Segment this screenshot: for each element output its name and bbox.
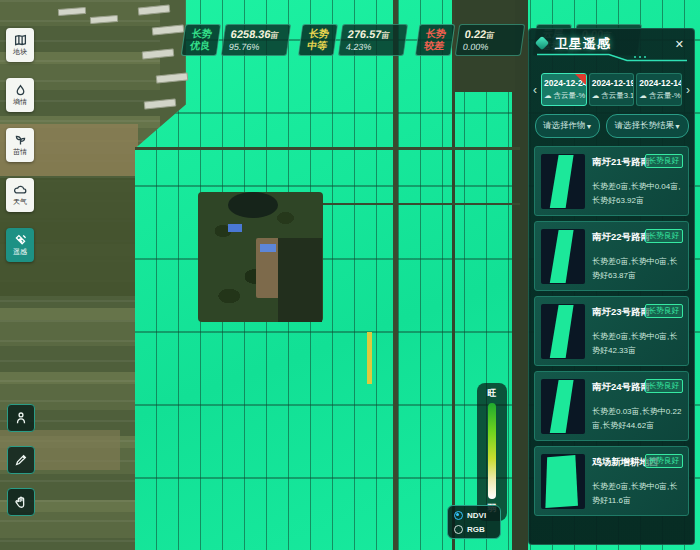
date-tab-2[interactable]: 2024-12-19 ☁ 含云量3.13% xyxy=(589,73,635,106)
cloud-icon: ☁ xyxy=(639,91,647,100)
sidebar-item-remote-sensing[interactable]: 遥感 xyxy=(6,228,34,262)
stat-growth-excellent: 长势优良 6258.36亩 95.76% xyxy=(183,24,289,56)
pond xyxy=(228,192,278,218)
stat-growth-poor: 长势较差 0.22亩 0.00% xyxy=(417,24,523,56)
satellite-icon xyxy=(14,234,27,247)
growth-status-badge: 长势良好 xyxy=(645,304,683,318)
map-icon xyxy=(14,34,27,47)
close-icon[interactable]: ✕ xyxy=(675,39,684,49)
growth-result-dropdown[interactable]: 请选择长势结果 ▼ xyxy=(606,114,688,138)
plant-icon xyxy=(14,134,27,147)
field-detail: 长势差0.03亩,长势中0.22亩,长势好44.62亩 xyxy=(592,405,683,433)
field-detail: 长势差0亩,长势中0亩,长势好42.33亩 xyxy=(592,330,683,358)
road xyxy=(393,0,398,550)
sidebar-item-label: 天气 xyxy=(13,198,27,206)
field-thumbnail xyxy=(541,229,585,284)
stat-value-box: 6258.36亩 95.76% xyxy=(221,24,291,56)
legend-gradient-bar xyxy=(488,403,496,499)
stat-percent: 4.23% xyxy=(345,42,398,52)
field-card-list: 南圩21号路南 长势良好 长势差0亩,长势中0.04亩,长势好63.92亩 南圩… xyxy=(529,144,694,516)
cloud-icon: ☁ xyxy=(592,91,600,100)
sidebar-item-plots[interactable]: 地块 xyxy=(6,28,34,62)
field-name: 南圩22号路南 xyxy=(592,231,650,244)
pencil-icon xyxy=(14,453,28,467)
stat-area: 276.57 xyxy=(347,28,382,40)
field-card[interactable]: 南圩22号路南 长势良好 长势差0亩,长势中0亩,长势好63.87亩 xyxy=(534,221,689,291)
sidebar-item-seedling[interactable]: 苗情 xyxy=(6,128,34,162)
tab-date: 2024-12-14 xyxy=(639,78,679,88)
layer-label: NDVI xyxy=(467,511,486,520)
cloud-amount: 含云量-% xyxy=(649,91,681,100)
field-thumbnail xyxy=(541,379,585,434)
stat-unit: 亩 xyxy=(381,31,390,40)
stat-unit: 亩 xyxy=(270,31,279,40)
field-detail: 长势差0亩,长势中0亩,长势好63.87亩 xyxy=(592,255,683,283)
crop-select-dropdown[interactable]: 请选择作物 ▼ xyxy=(535,114,600,138)
date-tabs: ‹ 2024-12-24 ☁ 含云量-% 2024-12-19 ☁ 含云量3.1… xyxy=(529,67,694,106)
field-thumbnail xyxy=(541,454,585,509)
map-tools xyxy=(7,404,35,516)
cloud-amount: 含云量-% xyxy=(554,91,586,100)
field-thumbnail xyxy=(541,154,585,209)
date-tab-3[interactable]: 2024-12-14 ☁ 含云量-% xyxy=(636,73,682,106)
stat-label-badge: 长势优良 xyxy=(181,24,221,56)
radio-unselected-icon xyxy=(454,525,463,534)
growth-status-badge: 长势良好 xyxy=(645,229,683,243)
cloud-amount: 含云量3.13% xyxy=(601,91,634,100)
chevron-down-icon: ▼ xyxy=(586,123,593,130)
dropdown-placeholder: 请选择作物 xyxy=(543,120,586,132)
person-icon xyxy=(14,411,28,425)
tool-streetview-button[interactable] xyxy=(7,404,35,432)
cloud-icon: ☁ xyxy=(544,91,552,100)
field-card[interactable]: 鸡场新增耕地西 长势良好 长势差0亩,长势中0亩,长势好11.6亩 xyxy=(534,446,689,516)
sidebar-item-label: 遥感 xyxy=(13,248,27,256)
panel-title: 卫星遥感 xyxy=(555,35,688,53)
field-detail: 长势差0亩,长势中0亩,长势好11.6亩 xyxy=(592,480,683,508)
stat-value-box: 0.22亩 0.00% xyxy=(455,24,525,56)
growth-status-badge: 长势良好 xyxy=(645,379,683,393)
tool-pan-button[interactable] xyxy=(7,488,35,516)
panel-header: 卫星遥感 ✕ xyxy=(529,29,694,67)
header-dots-decoration xyxy=(634,56,646,58)
growth-status-badge: 长势良好 xyxy=(645,154,683,168)
stat-area: 0.22 xyxy=(464,28,487,40)
field-card[interactable]: 南圩21号路南 长势良好 长势差0亩,长势中0.04亩,长势好63.92亩 xyxy=(534,146,689,216)
tab-date: 2024-12-19 xyxy=(592,78,632,88)
layer-option-rgb[interactable]: RGB xyxy=(454,525,494,534)
field-card[interactable]: 南圩23号路南 长势良好 长势差0亩,长势中0亩,长势好42.33亩 xyxy=(534,296,689,366)
sidebar-item-label: 墒情 xyxy=(13,98,27,106)
stat-value-box: 276.57亩 4.23% xyxy=(338,24,408,56)
ndvi-legend: 旺 弱 xyxy=(477,383,507,521)
dropdown-placeholder: 请选择长势结果 xyxy=(614,120,674,132)
field-thumbnail xyxy=(541,304,585,359)
chevron-down-icon: ▼ xyxy=(674,123,681,130)
stat-area: 6258.36 xyxy=(230,28,271,40)
yellow-field-strip xyxy=(367,332,372,384)
gem-icon xyxy=(535,36,549,50)
sidebar-item-weather[interactable]: 天气 xyxy=(6,178,34,212)
blue-roof-building xyxy=(228,224,242,232)
dark-field xyxy=(278,238,322,322)
field-detail: 长势差0亩,长势中0.04亩,长势好63.92亩 xyxy=(592,180,683,208)
prev-arrow-icon[interactable]: ‹ xyxy=(531,73,539,106)
growth-status-badge: 长势良好 xyxy=(645,454,683,468)
tab-date: 2024-12-24 xyxy=(544,78,584,88)
sidebar-item-label: 苗情 xyxy=(13,148,27,156)
layer-switch: NDVI RGB xyxy=(447,505,501,539)
header-swoosh-decoration xyxy=(537,53,687,62)
next-arrow-icon[interactable]: › xyxy=(684,73,692,106)
left-sidebar: 地块 墒情 苗情 天气 遥感 xyxy=(6,28,34,262)
field-name: 南圩24号路南 xyxy=(592,381,650,394)
tool-draw-button[interactable] xyxy=(7,446,35,474)
field-card[interactable]: 南圩24号路南 长势良好 长势差0.03亩,长势中0.22亩,长势好44.62亩 xyxy=(534,371,689,441)
satellite-panel: 卫星遥感 ✕ ‹ 2024-12-24 ☁ 含云量-% 2024-12-19 ☁… xyxy=(528,28,695,545)
date-tab-1[interactable]: 2024-12-24 ☁ 含云量-% xyxy=(541,73,587,106)
sidebar-item-label: 地块 xyxy=(13,48,27,56)
sidebar-item-soil-moisture[interactable]: 墒情 xyxy=(6,78,34,112)
radio-selected-icon xyxy=(454,511,463,520)
layer-option-ndvi[interactable]: NDVI xyxy=(454,511,494,520)
stat-unit: 亩 xyxy=(485,31,494,40)
blue-roof-building xyxy=(260,244,276,252)
filter-row: 请选择作物 ▼ 请选择长势结果 ▼ xyxy=(529,106,694,144)
road xyxy=(135,147,520,150)
